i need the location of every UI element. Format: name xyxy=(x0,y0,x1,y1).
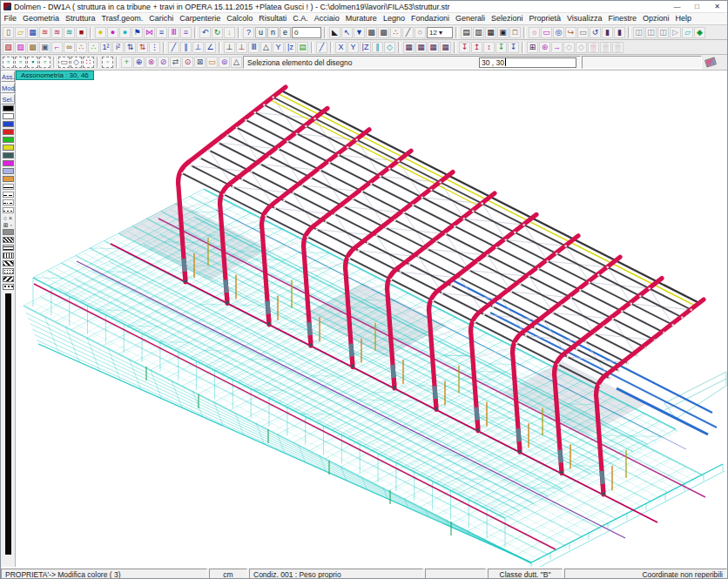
hatch-swatch-1[interactable] xyxy=(3,237,14,243)
select-arrow-icon[interactable]: ↖ xyxy=(341,27,353,38)
view-tab[interactable]: Assonometria : 30, 46 xyxy=(16,71,94,80)
new-file-icon[interactable]: ▯ xyxy=(3,27,14,38)
coord-x-icon[interactable]: X xyxy=(335,42,347,53)
maximize-button[interactable]: □ xyxy=(687,1,707,13)
filter-icon-3[interactable]: ⊗ xyxy=(145,57,157,68)
flag-icon[interactable]: ⚑ xyxy=(131,27,143,38)
menu-item-calcolo[interactable]: Calcolo xyxy=(224,13,256,24)
filter-icon-9[interactable]: ⊚ xyxy=(219,57,230,68)
filter-icon-5[interactable]: ⇄ xyxy=(170,57,181,68)
coord-parallel-icon[interactable]: ∥ xyxy=(372,42,383,53)
iso-view-icon-2[interactable]: ◫ xyxy=(645,27,657,38)
tool-disabled-icon-1[interactable]: ◇ xyxy=(563,42,575,53)
button-u[interactable]: u xyxy=(255,27,266,38)
numbering-icon-1[interactable]: 1² xyxy=(100,42,111,53)
filter-icon-10[interactable]: △ xyxy=(231,57,242,68)
mesh-dark-icon-1[interactable]: ▦ xyxy=(403,42,415,53)
renumber-icon-1[interactable]: ⇅ xyxy=(125,42,136,53)
align-triangle-icon[interactable]: △ xyxy=(260,42,272,53)
marker-glyph-3[interactable]: ◦ xyxy=(10,222,12,229)
rotate-icon[interactable]: ↻ xyxy=(212,27,223,38)
hatch-swatch-0[interactable] xyxy=(3,229,14,235)
filter-icon-8[interactable]: ▭ xyxy=(206,57,218,68)
shade-icon-2[interactable]: ▮ xyxy=(614,27,625,38)
drop-icon[interactable]: ▼ xyxy=(354,27,365,38)
menu-item-finestre[interactable]: Finestre xyxy=(605,13,640,24)
stamp-gray-icon-1[interactable]: ▒ xyxy=(600,42,611,53)
axis-y-icon[interactable]: Y xyxy=(273,42,284,53)
hatch-swatch-2[interactable] xyxy=(3,245,14,251)
close-button[interactable]: ✕ xyxy=(707,1,727,13)
hatch-swatch-3[interactable] xyxy=(3,252,14,259)
shade-icon-1[interactable]: ▮ xyxy=(602,27,613,38)
column-insert-icon-1[interactable]: ↧ xyxy=(459,42,470,53)
select-node-icon[interactable]: ▫ xyxy=(3,57,14,68)
menu-item-ca[interactable]: C.A. xyxy=(290,13,312,24)
material-multi-icon[interactable]: ▩ xyxy=(27,42,38,53)
coordinates-input[interactable]: 30 , 30 xyxy=(479,57,576,68)
beam-tool-icon-1[interactable]: ⋈ xyxy=(144,27,155,38)
draw-line-icon[interactable]: ╱ xyxy=(168,42,179,53)
select-window-icon[interactable]: ▭ xyxy=(58,57,70,68)
mesh-dark-icon-2[interactable]: ▦ xyxy=(415,42,427,53)
import-mesh-icon-1[interactable]: ≋ xyxy=(39,27,51,38)
plot-icon-2[interactable]: → xyxy=(551,42,563,53)
spheres-cluster-icon-1[interactable]: ∴ xyxy=(76,42,87,53)
button-n[interactable]: n xyxy=(267,27,279,38)
mesh-dark-icon-3[interactable]: ▦ xyxy=(428,42,439,53)
export-icon[interactable]: ↓ xyxy=(224,27,235,38)
stack-icon[interactable]: ⋮ xyxy=(149,42,160,53)
hatch-swatch-6[interactable] xyxy=(3,276,14,282)
iso-view-icon-1[interactable]: ◫ xyxy=(633,27,644,38)
section-red-icon[interactable]: ▧ xyxy=(3,42,14,53)
select-poly-icon[interactable]: ◇ xyxy=(71,57,82,68)
stamp-pink-icon[interactable]: ▒ xyxy=(588,42,599,53)
line-style-swatch-0[interactable] xyxy=(3,184,14,190)
model-canvas[interactable] xyxy=(16,79,727,567)
color-swatch-0[interactable] xyxy=(3,105,14,111)
window-tile-icon-3[interactable]: ▦ xyxy=(485,27,496,38)
snapshot-icon[interactable]: ▣ xyxy=(39,42,51,53)
color-swatch-7[interactable] xyxy=(3,160,14,166)
sphere-yellow-icon[interactable]: ● xyxy=(95,27,106,38)
menu-item-acciaio[interactable]: Acciaio xyxy=(311,13,342,24)
menu-item-carichi[interactable]: Carichi xyxy=(146,13,177,24)
clear-prompt-icon[interactable] xyxy=(704,57,717,67)
menu-item-help[interactable]: Help xyxy=(672,13,695,24)
beam-tool-icon-2[interactable]: ≡ xyxy=(156,27,167,38)
menu-item-carpenterie[interactable]: Carpenterie xyxy=(177,13,224,24)
table-icon[interactable]: ⊞ xyxy=(527,42,538,53)
draw-parallel-icon[interactable]: ∥ xyxy=(180,42,192,53)
numbering-icon-2[interactable]: i² xyxy=(112,42,124,53)
coord-poly-icon[interactable]: ◇ xyxy=(384,42,395,53)
menu-item-generali[interactable]: Generali xyxy=(452,13,488,24)
color-swatch-5[interactable] xyxy=(3,145,14,151)
menu-item-file[interactable]: File xyxy=(1,13,20,24)
iso-view-icon-3[interactable]: ◫ xyxy=(657,27,669,38)
color-swatch-1[interactable] xyxy=(3,113,14,119)
link-icon[interactable]: ∞ xyxy=(64,42,75,53)
sidebar-button-ass[interactable]: Ass. xyxy=(1,71,15,82)
color-swatch-3[interactable] xyxy=(3,129,14,135)
texture-dark-icon-1[interactable]: ▩ xyxy=(366,27,377,38)
menu-item-risultati[interactable]: Risultati xyxy=(256,13,290,24)
sketch-icon[interactable]: ▤ xyxy=(297,42,308,53)
menu-item-trasfgeom[interactable]: Trasf.geom. xyxy=(98,13,146,24)
column-blue-icon[interactable]: ↧ xyxy=(508,42,519,53)
column-green-icon[interactable]: ↧ xyxy=(495,42,507,53)
zoom-in-icon[interactable]: ◎ xyxy=(553,27,564,38)
texture-dark-icon-2[interactable]: ▩ xyxy=(378,27,389,38)
import-mesh-icon-2[interactable]: ≋ xyxy=(51,27,63,38)
line-style-swatch-2[interactable] xyxy=(3,199,14,205)
drawing-viewport[interactable]: Assonometria : 30, 46 xyxy=(16,71,727,567)
hatch-swatch-4[interactable] xyxy=(3,260,14,266)
paint-magenta-icon[interactable]: ▨ xyxy=(15,42,26,53)
view-window-icon[interactable]: ▭ xyxy=(541,27,552,38)
axis-z-icon[interactable]: |z xyxy=(285,42,296,53)
select-special-icon[interactable]: ◦ xyxy=(102,57,113,68)
marker-glyph-1[interactable]: × xyxy=(9,215,12,222)
undo-icon[interactable]: ↶ xyxy=(199,27,211,38)
sidebar-button-sel[interactable]: Sel. xyxy=(1,94,15,104)
sidebar-button-mod[interactable]: Mod. xyxy=(1,83,15,93)
marker-glyph-2[interactable]: ⊞ xyxy=(3,222,9,229)
